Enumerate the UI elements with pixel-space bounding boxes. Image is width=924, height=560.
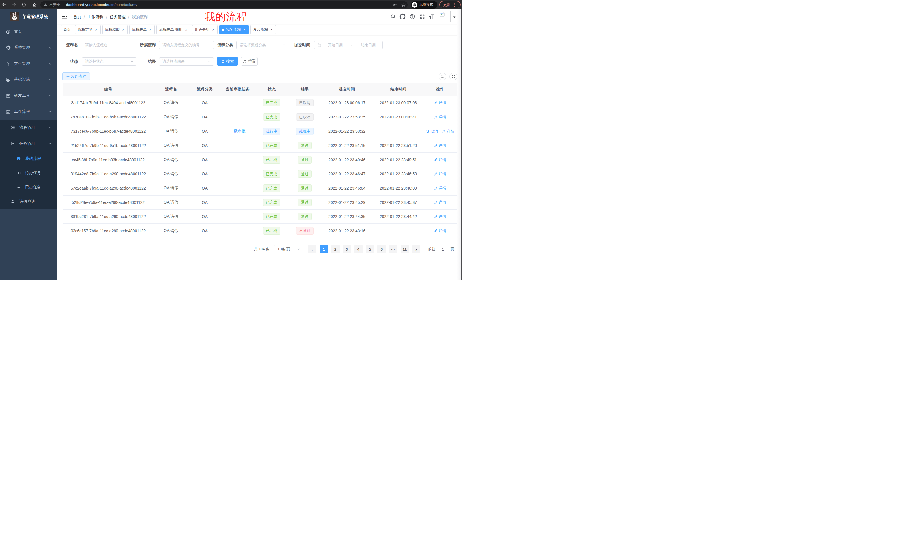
tag-close-icon[interactable]: × [184, 28, 188, 31]
sidebar-menu-item[interactable]: 研发工具 [0, 88, 57, 103]
tag-view-item[interactable]: 我的流程 × [219, 25, 249, 34]
tag-view-item[interactable]: 流程表单 × [129, 25, 155, 34]
detail-link[interactable]: 详情 [434, 228, 446, 234]
sidebar-menu-item[interactable]: 基础设施 [0, 72, 57, 88]
sidebar-menu-item[interactable]: 支付管理 [0, 55, 57, 72]
page-button[interactable]: 3 [343, 245, 351, 253]
detail-link[interactable]: 详情 [434, 171, 446, 177]
tag-view-item[interactable]: 流程定义 × [75, 25, 100, 34]
breadcrumb-task[interactable]: 任务管理 [110, 15, 126, 20]
sidebar-submenu-item[interactable]: 流程管理 [0, 120, 57, 136]
page-button[interactable]: 4 [354, 245, 363, 253]
tag-close-icon[interactable]: × [148, 28, 152, 31]
reset-button[interactable]: 重置 [241, 57, 258, 66]
tag-view-item[interactable]: 流程模型 × [102, 25, 128, 34]
detail-link[interactable]: 详情 [434, 143, 446, 148]
page-button[interactable]: ‹ [308, 245, 316, 253]
browser-update-button[interactable]: 更新 [440, 1, 460, 8]
tag-close-icon[interactable]: × [242, 28, 246, 31]
page-jump-input[interactable] [436, 245, 449, 253]
tag-close-icon[interactable]: × [211, 28, 215, 31]
tag-view-item[interactable]: 用户分组 × [192, 25, 218, 34]
tag-close-icon[interactable]: × [270, 28, 273, 31]
tag-view-item[interactable]: 流程表单-编辑 × [156, 25, 190, 34]
detail-link[interactable]: 详情 [434, 157, 446, 162]
browser-home-button[interactable] [31, 1, 38, 8]
browser-back-button[interactable] [1, 1, 8, 8]
page-button[interactable]: 1 [320, 245, 328, 253]
cell-result: 通过 [289, 181, 320, 195]
breadcrumb-home[interactable]: 首页 [73, 15, 81, 20]
detail-link[interactable]: 详情 [434, 200, 446, 205]
detail-link[interactable]: 详情 [434, 114, 446, 120]
page-size-select[interactable]: 10条/页 [274, 245, 302, 253]
filter-date-range-picker[interactable]: 开始日期 - 结束日期 [314, 41, 382, 49]
github-icon[interactable] [400, 14, 406, 20]
cell-process-id: 67c2eaab-7b9a-11ec-a290-acde48001122 [63, 181, 154, 195]
tag-close-icon[interactable]: × [94, 28, 98, 31]
sidebar-submenu-item[interactable]: 请假查询 [0, 195, 57, 209]
browser-menu-icon[interactable] [454, 3, 454, 7]
fullscreen-icon[interactable] [420, 14, 425, 19]
search-icon [221, 60, 225, 63]
browser-forward-button[interactable] [10, 1, 17, 8]
help-icon[interactable] [410, 14, 415, 19]
table-row: 52ffd28e-7b9a-11ec-a290-acde48001122 OA … [63, 196, 457, 210]
cell-end-time: 2022-01-22 23:46:53 [374, 167, 423, 181]
sidebar-fold-icon[interactable] [62, 14, 68, 19]
tag-view-item[interactable]: 发起流程 × [250, 25, 276, 34]
browser-reload-button[interactable] [21, 1, 27, 8]
sidebar-submenu-item[interactable]: 我的流程 [0, 151, 57, 166]
breadcrumb-workflow[interactable]: 工作流程 [87, 15, 104, 20]
cancel-link[interactable]: 取消 [426, 129, 438, 134]
show-search-toggle-button[interactable] [439, 73, 446, 81]
table-row: ec45f38f-7b9a-11ec-b03b-acde48001122 OA … [63, 153, 457, 167]
page-button[interactable]: ••• [389, 245, 398, 253]
select-placeholder: 请选择流程分类 [240, 42, 266, 48]
sidebar-submenu-item[interactable]: 任务管理 [0, 136, 57, 151]
detail-link[interactable]: 详情 [434, 186, 446, 191]
header-search-icon[interactable] [391, 14, 396, 19]
sidebar-menu-item[interactable]: 工作流程 [0, 103, 57, 120]
current-task-link[interactable]: 一级审批 [230, 129, 246, 134]
trash-icon [426, 129, 429, 133]
page-button[interactable]: 2 [331, 245, 339, 253]
sidebar-menu-item[interactable]: 系统管理 [0, 40, 57, 55]
search-button[interactable]: 搜索 [217, 57, 238, 66]
tags-view-bar: 首页 流程定义 × 流程模型 × 流程表单 × [57, 24, 462, 35]
browser-toolbar: 不安全 dashboard.yudao.iocoder.cn/bpm/task/… [0, 0, 462, 9]
submenu-item-icon [10, 199, 15, 204]
chevron-icon [48, 46, 52, 49]
create-process-button[interactable]: 发起流程 [62, 72, 90, 81]
sidebar-submenu-item[interactable]: 待办任务 [0, 166, 57, 180]
tag-close-icon[interactable]: × [122, 28, 125, 31]
detail-link[interactable]: 详情 [442, 129, 454, 134]
tag-label: 流程模型 [105, 27, 120, 32]
password-key-icon[interactable] [393, 2, 398, 7]
page-button[interactable]: 5 [366, 245, 374, 253]
sidebar-logo[interactable]: 芋道管理系统 [0, 9, 57, 24]
edit-pen-icon [434, 229, 438, 233]
address-bar[interactable]: 不安全 dashboard.yudao.iocoder.cn/bpm/task/… [40, 1, 408, 8]
page-button[interactable]: 11 [400, 245, 409, 253]
detail-link[interactable]: 详情 [434, 214, 446, 219]
cell-category: OA [188, 181, 221, 195]
refresh-table-button[interactable] [449, 73, 457, 81]
font-size-icon[interactable] [429, 14, 435, 19]
cell-end-time: 2022-01-22 23:51:20 [374, 138, 423, 153]
cell-submit-time: 2022-01-22 23:43:16 [320, 224, 374, 238]
avatar-dropdown-caret-icon[interactable] [453, 15, 456, 19]
page-button[interactable]: › [412, 245, 421, 253]
user-avatar[interactable] [439, 11, 451, 22]
detail-link[interactable]: 详情 [434, 100, 446, 105]
status-tag: 已完成 [263, 142, 280, 149]
filter-result-select[interactable]: 请选择流结果 [159, 57, 214, 66]
cell-submit-time: 2022-01-23 00:06:17 [320, 96, 374, 110]
tag-view-item[interactable]: 首页 [61, 25, 74, 34]
sidebar-submenu-item[interactable]: 已办任务 [0, 180, 57, 195]
page-button[interactable]: 6 [378, 245, 386, 253]
scrollbar-gutter[interactable] [457, 9, 461, 280]
sidebar-menu-item[interactable]: 首页 [0, 24, 57, 40]
col-header-id: 编号 [63, 83, 154, 96]
bookmark-star-icon[interactable] [401, 2, 406, 7]
